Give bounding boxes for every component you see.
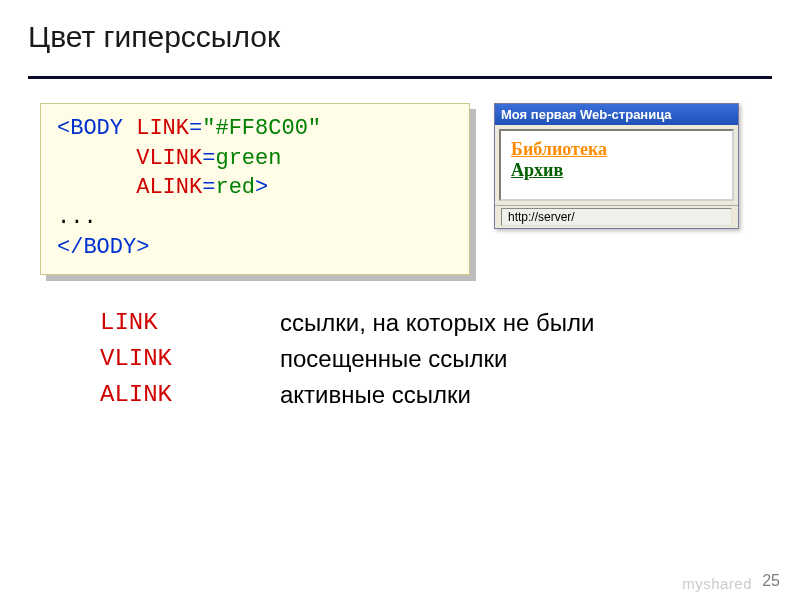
- legend-key-vlink: VLINK: [100, 341, 280, 377]
- browser-body: Библиотека Архив: [499, 129, 734, 201]
- browser-statusbar: http://server/: [495, 205, 738, 228]
- code-token: =: [189, 116, 202, 141]
- code-token: =: [202, 146, 215, 171]
- code-token: VLINK: [136, 146, 202, 171]
- legend-key-link: LINK: [100, 305, 280, 341]
- code-token: </BODY>: [57, 235, 149, 260]
- code-token: >: [255, 175, 268, 200]
- code-example: <BODY LINK="#FF8C00" VLINK=green ALINK=r…: [40, 103, 470, 275]
- example-link-visited: Архив: [511, 160, 563, 180]
- example-link-unvisited: Библиотека: [511, 139, 607, 159]
- legend-row: ALINK активные ссылки: [100, 377, 772, 413]
- page-number: 25: [762, 572, 780, 590]
- legend: LINK ссылки, на которых не были VLINK по…: [100, 305, 772, 413]
- code-token: "#FF8C00": [202, 116, 321, 141]
- legend-row: VLINK посещенные ссылки: [100, 341, 772, 377]
- code-token: LINK: [136, 116, 189, 141]
- code-token: green: [215, 146, 281, 171]
- legend-key-alink: ALINK: [100, 377, 280, 413]
- legend-desc-alink: активные ссылки: [280, 377, 471, 413]
- code-token: <BODY: [57, 116, 136, 141]
- code-token: red: [215, 175, 255, 200]
- page-title: Цвет гиперссылок: [28, 20, 772, 60]
- browser-preview: Моя первая Web-страница Библиотека Архив…: [494, 103, 739, 229]
- code-token: =: [202, 175, 215, 200]
- legend-row: LINK ссылки, на которых не были: [100, 305, 772, 341]
- browser-titlebar: Моя первая Web-страница: [495, 104, 738, 125]
- legend-desc-link: ссылки, на которых не были: [280, 305, 594, 341]
- status-text: http://server/: [501, 208, 732, 226]
- code-token: ALINK: [136, 175, 202, 200]
- code-token: ...: [57, 205, 97, 230]
- title-underline: [28, 76, 772, 79]
- watermark: myshared: [682, 575, 752, 592]
- legend-desc-vlink: посещенные ссылки: [280, 341, 507, 377]
